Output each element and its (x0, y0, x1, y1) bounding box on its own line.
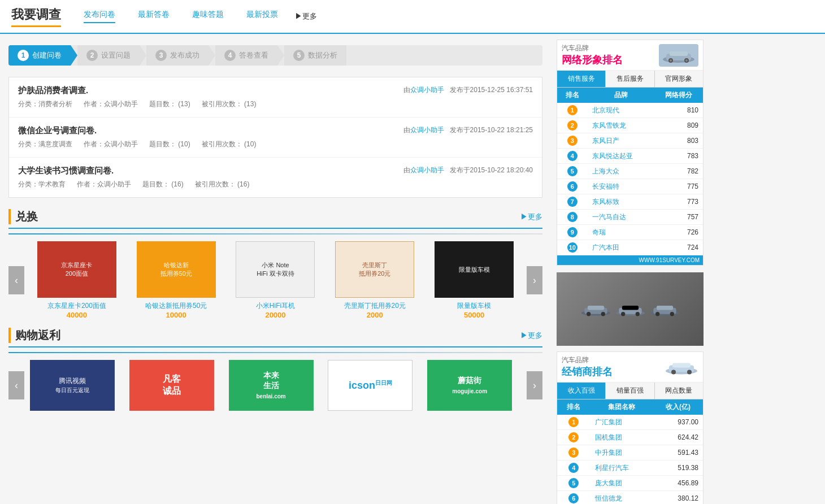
svg-point-15 (621, 312, 625, 316)
rank-badge: 4 (567, 151, 578, 161)
cashback-list: ‹ 腾讯视频每日百元返现 凡客诚品 本来生活benlai.com (8, 360, 542, 411)
svg-point-25 (671, 370, 676, 375)
survey-3-questions: (16) (171, 180, 183, 188)
dealer-col-score: 收入(亿) (653, 399, 703, 415)
brand-footer: WWW.91SURVEY.COM (557, 255, 703, 265)
cashback-prev-btn[interactable]: ‹ (8, 371, 24, 399)
brand-rank-cell: 4 (557, 149, 588, 164)
brand-card-header-text: 汽车品牌 网络形象排名 (562, 44, 659, 67)
brand-tab-website[interactable]: 官网形象 (655, 71, 703, 87)
cashback-header: 购物返利 ▶更多 (8, 328, 542, 347)
dealer-rank-cell: 2 (557, 430, 590, 445)
brand-score-cell: 775 (654, 179, 703, 194)
nav-link-zuixintoupiao[interactable]: 最新投票 (246, 10, 278, 23)
survey-2-published-by[interactable]: 众调小助手 (410, 126, 444, 134)
dealer-name-cell[interactable]: 国机集团 (590, 430, 653, 445)
dealer-name-cell[interactable]: 恒信德龙 (590, 491, 653, 505)
svg-point-5 (670, 59, 672, 62)
dealer-ranking-table: 排名 集团名称 收入(亿) 1 广汇集团 937.00 2 国机集团 624.4… (557, 399, 703, 504)
survey-2-published-date: 发布于2015-10-22 18:21:25 (450, 126, 533, 134)
brand-name-cell[interactable]: 一汽马自达 (588, 210, 654, 225)
dealer-name-cell[interactable]: 广汇集团 (590, 415, 653, 430)
brand-rank-cell: 8 (557, 210, 588, 225)
exchange-name-3[interactable]: 小米HiFi耳机 (229, 301, 323, 311)
svg-rect-14 (622, 306, 638, 310)
dealer-tab-revenue[interactable]: 收入百强 (557, 383, 606, 399)
brand-ranking-table: 排名 品牌 网络得分 1 北京现代 810 2 东风雪铁龙 809 3 东风日产… (557, 88, 703, 255)
dealer-row-4: 4 利星行汽车 519.38 (557, 460, 703, 476)
brand-name-cell[interactable]: 上海大众 (588, 164, 654, 179)
survey-2-reference-label: 被引用次数： (10) (202, 140, 257, 149)
brand-name-cell[interactable]: 东风日产 (588, 133, 654, 149)
brand-name-cell[interactable]: 东风雪铁龙 (588, 118, 654, 133)
step-5[interactable]: 5 数据分析 (284, 45, 346, 66)
survey-3-category-label: 分类：学术教育 (18, 180, 66, 189)
exchange-name-5[interactable]: 限量版车模 (427, 301, 521, 311)
top-navigation: 我要调查 发布问卷 最新答卷 趣味答题 最新投票 ▶更多 (0, 0, 825, 34)
dealer-score-cell: 591.43 (653, 445, 703, 460)
brand-name-cell[interactable]: 长安福特 (588, 179, 654, 194)
step-1[interactable]: 1 创建问卷 (8, 45, 71, 66)
brand-name-cell[interactable]: 奇瑞 (588, 225, 654, 240)
cashback-more[interactable]: ▶更多 (520, 331, 542, 341)
nav-link-quweidati[interactable]: 趣味答题 (192, 10, 224, 23)
cashback-next-btn[interactable]: › (527, 371, 542, 399)
brand-name-cell[interactable]: 东风标致 (588, 194, 654, 210)
exchange-prev-btn[interactable]: ‹ (8, 266, 24, 294)
brand-row-6: 6 长安福特 775 (557, 179, 703, 194)
survey-1-author-label: 作者：众调小助手 (84, 99, 138, 109)
brand-name-cell[interactable]: 东风悦达起亚 (588, 149, 654, 164)
rank-badge: 2 (567, 120, 578, 131)
car-icon (659, 44, 698, 67)
ad-placeholder (557, 272, 704, 346)
brand-rank-cell: 5 (557, 164, 588, 179)
brand-score-cell: 724 (654, 240, 703, 255)
brand-row-4: 4 东风悦达起亚 783 (557, 149, 703, 164)
brand-tab-sales[interactable]: 销售服务 (557, 71, 606, 87)
nav-more[interactable]: ▶更多 (295, 11, 317, 21)
brand-name-cell[interactable]: 广汽本田 (588, 240, 654, 255)
rank-badge: 10 (567, 242, 578, 253)
nav-link-fabuwenjuan[interactable]: 发布问卷 (84, 10, 115, 23)
survey-1-published-by[interactable]: 众调小助手 (410, 86, 444, 94)
survey-1-reference-label: 被引用次数： (13) (202, 99, 257, 109)
dealer-name-cell[interactable]: 庞大集团 (590, 476, 653, 491)
main-container: 1 创建问卷 2 设置问题 3 发布成功 4 答卷查看 5 数据分析 (0, 34, 825, 504)
step-3[interactable]: 3 发布成功 (146, 45, 209, 66)
dealer-tab-outlets[interactable]: 网点数量 (655, 383, 703, 399)
survey-3-question-label: 题目数： (16) (142, 180, 184, 189)
step-2[interactable]: 2 设置问题 (77, 45, 140, 66)
exchange-name-2[interactable]: 哈银达新抵用券50元 (129, 301, 223, 311)
step-4[interactable]: 4 答卷查看 (215, 45, 277, 66)
brand-tab-aftersales[interactable]: 售后服务 (606, 71, 654, 87)
dealer-score-cell: 380.12 (653, 491, 703, 505)
dealer-ranking-title: 经销商排名 (562, 365, 665, 379)
exchange-name-1[interactable]: 京东星座卡200面值 (30, 301, 124, 311)
step-5-num: 5 (293, 50, 305, 61)
exchange-more[interactable]: ▶更多 (520, 212, 542, 222)
survey-item-2-right: 由众调小助手 发布于2015-10-22 18:21:25 (403, 125, 533, 135)
dealer-rank-cell: 5 (557, 476, 590, 491)
brand-score-cell: 726 (654, 225, 703, 240)
brand-col-name: 品牌 (588, 88, 654, 103)
step-4-arrow (277, 45, 284, 66)
step-1-label: 创建问卷 (32, 50, 62, 60)
cars-row (580, 299, 680, 319)
nav-link-zuixindajuan[interactable]: 最新答卷 (138, 10, 170, 23)
dealer-row-3: 3 中升集团 591.43 (557, 445, 703, 460)
exchange-name-4[interactable]: 壳里斯丁抵用券20元 (328, 301, 422, 311)
dealer-name-cell[interactable]: 利星行汽车 (590, 460, 653, 476)
brand-row-8: 8 一汽马自达 757 (557, 210, 703, 225)
brand-row-1: 1 北京现代 810 (557, 103, 703, 118)
brand-score-cell: 757 (654, 210, 703, 225)
dealer-tab-sales[interactable]: 销量百强 (606, 383, 654, 399)
survey-2-questions: (10) (178, 140, 190, 148)
dealer-name-cell[interactable]: 中升集团 (590, 445, 653, 460)
survey-3-published-by[interactable]: 众调小助手 (410, 166, 444, 174)
dealer-col-rank: 排名 (557, 399, 590, 415)
right-sidebar: 汽车品牌 网络形象排名 销售服务 售后服 (551, 34, 709, 504)
exchange-next-btn[interactable]: › (527, 266, 542, 294)
svg-rect-19 (656, 306, 672, 310)
brand-name-cell[interactable]: 北京现代 (588, 103, 654, 118)
cashback-item-1: 腾讯视频每日百元返现 (30, 360, 124, 411)
